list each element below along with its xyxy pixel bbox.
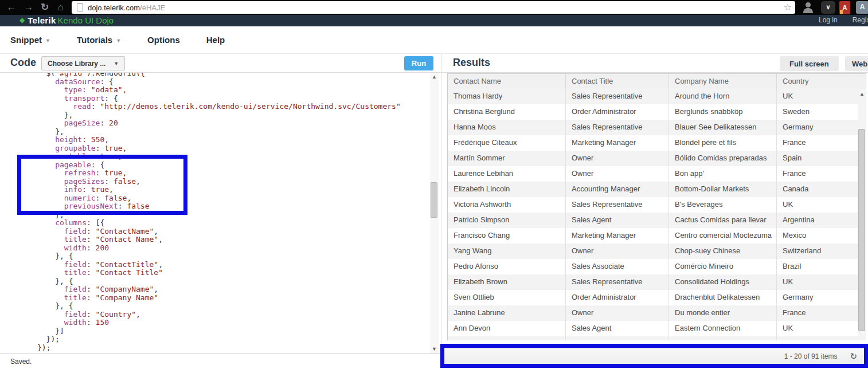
code-line: }] bbox=[0, 327, 429, 336]
run-button[interactable]: Run bbox=[404, 56, 433, 70]
table-row[interactable]: Roland MendelSales ManagerErnst HandelAu… bbox=[448, 336, 866, 340]
code-editor-scrollbar[interactable]: ▲ ▼ bbox=[430, 73, 439, 354]
table-row[interactable]: Elizabeth LincolnAccounting ManagerBotto… bbox=[448, 182, 866, 197]
grid-column-header-company-name[interactable]: Company Name bbox=[668, 74, 776, 89]
code-line: field: "CompanyName", bbox=[0, 285, 429, 294]
table-row[interactable]: Martín SommerOwnerBólido Comidas prepara… bbox=[448, 151, 866, 166]
table-cell: Order Administrator bbox=[565, 290, 668, 305]
table-row[interactable]: Patricio SimpsonSales AgentCactus Comida… bbox=[448, 213, 866, 228]
table-cell: Argentina bbox=[776, 213, 866, 228]
table-cell: Centro comercial Moctezuma bbox=[668, 228, 776, 244]
table-cell: UK bbox=[776, 321, 866, 336]
table-cell: UK bbox=[776, 274, 866, 290]
table-row[interactable]: Janine LabruneOwnerDu monde entierFrance bbox=[448, 305, 866, 321]
table-cell: Elizabeth Lincoln bbox=[448, 182, 565, 197]
menu-bar: Snippet▼Tutorials▼OptionsHelp bbox=[0, 26, 868, 54]
pocket-extension-icon[interactable]: ∨ bbox=[821, 1, 835, 14]
table-cell: B's Beverages bbox=[668, 197, 776, 213]
code-line: title: "Contact Title" bbox=[0, 269, 429, 277]
grid-column-header-country[interactable]: Country bbox=[776, 74, 866, 89]
table-cell: Owner bbox=[565, 166, 668, 182]
status-bar: Saved. bbox=[0, 354, 441, 369]
page: ← → ↻ ⌂ dojo.telerik.com/eHAJE ☆ ∨ A A ◆… bbox=[0, 0, 868, 369]
code-line: groupable: true, bbox=[0, 144, 429, 153]
forward-icon[interactable]: → bbox=[22, 1, 36, 14]
table-cell: Patricio Simpson bbox=[448, 213, 565, 228]
table-cell: Laurence Lebihan bbox=[448, 166, 565, 182]
table-cell: Elizabeth Brown bbox=[448, 274, 565, 290]
code-line: }, bbox=[0, 111, 429, 120]
table-cell: Germany bbox=[776, 290, 866, 305]
scrollbar-thumb[interactable] bbox=[858, 129, 865, 331]
table-cell: Du monde entier bbox=[668, 305, 776, 321]
table-cell: Sweden bbox=[776, 104, 866, 120]
scroll-down-icon[interactable]: ▼ bbox=[430, 345, 439, 354]
code-line: field: "Country", bbox=[0, 311, 429, 319]
table-row[interactable]: Ann DevonSales AgentEastern ConnectionUK bbox=[448, 321, 866, 336]
scroll-up-icon[interactable]: ▲ bbox=[430, 73, 439, 81]
table-row[interactable]: Thomas HardySales RepresentativeAround t… bbox=[448, 89, 866, 104]
table-row[interactable]: Frédérique CiteauxMarketing ManagerBlond… bbox=[448, 135, 866, 151]
table-cell: Sales Representative bbox=[565, 120, 668, 135]
bookmark-star-icon[interactable]: ☆ bbox=[784, 2, 792, 13]
table-cell: Yang Wang bbox=[448, 244, 565, 259]
code-line: width: 150 bbox=[0, 319, 429, 327]
choose-library-dropdown[interactable]: Choose Library ... ▼ bbox=[41, 56, 125, 70]
profile-icon-head bbox=[806, 2, 811, 7]
menu-item-label: Options bbox=[147, 35, 180, 45]
grid-header-row: Contact NameContact TitleCompany NameCou… bbox=[448, 74, 866, 89]
menu-item-help[interactable]: Help bbox=[206, 35, 225, 45]
address-bar[interactable]: dojo.telerik.com/eHAJE ☆ bbox=[72, 1, 795, 14]
scroll-up-icon[interactable]: ▲ bbox=[858, 90, 866, 99]
home-icon[interactable]: ⌂ bbox=[54, 1, 68, 14]
pager-refresh-icon[interactable]: ↻ bbox=[850, 349, 857, 364]
table-row[interactable]: Yang WangOwnerChop-suey ChineseSwitzerla… bbox=[448, 244, 866, 259]
code-line: field: "ContactTitle", bbox=[0, 261, 429, 269]
login-link[interactable]: Log in bbox=[819, 16, 838, 24]
product-name: Kendo UI Dojo bbox=[58, 15, 114, 25]
table-cell: France bbox=[776, 135, 866, 151]
grid-column-header-contact-title[interactable]: Contact Title bbox=[565, 74, 668, 89]
table-cell: Martín Sommer bbox=[448, 151, 565, 166]
telerik-logo[interactable]: ◆ Telerik Kendo UI Dojo bbox=[19, 15, 114, 26]
table-row[interactable]: Christina BerglundOrder AdministratorBer… bbox=[448, 104, 866, 120]
translate-extension-icon[interactable]: A bbox=[856, 1, 868, 14]
table-row[interactable]: Laurence LebihanOwnerBon app'France bbox=[448, 166, 866, 182]
dictionary-icon-tab bbox=[840, 10, 843, 14]
web-button[interactable]: Web bbox=[845, 56, 868, 71]
register-link[interactable]: Register bbox=[853, 16, 868, 24]
grid-column-header-contact-name[interactable]: Contact Name bbox=[448, 74, 565, 89]
table-cell: France bbox=[776, 166, 866, 182]
table-cell: Frédérique Citeaux bbox=[448, 135, 565, 151]
table-row[interactable]: Pedro AfonsoSales AssociateComércio Mine… bbox=[448, 259, 866, 274]
full-screen-button[interactable]: Full screen bbox=[780, 56, 839, 71]
dictionary-extension-icon[interactable]: A bbox=[839, 1, 850, 14]
menu-item-options[interactable]: Options bbox=[147, 35, 180, 45]
back-icon[interactable]: ← bbox=[5, 1, 18, 14]
table-row[interactable]: Elizabeth BrownSales RepresentativeConso… bbox=[448, 274, 866, 290]
scrollbar-thumb[interactable] bbox=[431, 182, 437, 218]
menu-item-label: Tutorials bbox=[77, 35, 112, 45]
refresh-icon[interactable]: ↻ bbox=[38, 1, 52, 14]
table-row[interactable]: Francisco ChangMarketing ManagerCentro c… bbox=[448, 228, 866, 244]
table-row[interactable]: Sven OttliebOrder AdministratorDrachenbl… bbox=[448, 290, 866, 305]
chevron-down-icon: ▼ bbox=[114, 61, 119, 66]
table-row[interactable]: Hanna MoosSales RepresentativeBlauer See… bbox=[448, 120, 866, 135]
table-row[interactable]: Victoria AshworthSales RepresentativeB's… bbox=[448, 197, 866, 213]
pager-info-text: 1 - 20 of 91 items bbox=[784, 352, 838, 360]
profile-icon[interactable] bbox=[801, 1, 815, 14]
code-line: width: 200 bbox=[0, 244, 429, 253]
table-cell: Ernst Handel bbox=[668, 336, 776, 340]
table-cell: Mexico bbox=[776, 228, 866, 244]
code-line: columns: [{ bbox=[0, 219, 429, 227]
menu-item-snippet[interactable]: Snippet▼ bbox=[10, 35, 50, 45]
code-line: }); bbox=[0, 344, 429, 352]
menu-item-tutorials[interactable]: Tutorials▼ bbox=[77, 35, 121, 45]
grid-body[interactable]: Thomas HardySales RepresentativeAround t… bbox=[447, 89, 866, 340]
code-line: transport: { bbox=[0, 95, 429, 103]
telerik-diamond-icon: ◆ bbox=[19, 16, 25, 24]
grid-scrollbar[interactable]: ▲ bbox=[858, 89, 866, 340]
table-cell: Germany bbox=[776, 120, 866, 135]
saved-status: Saved. bbox=[10, 358, 32, 366]
chevron-down-icon: ▼ bbox=[45, 37, 50, 44]
